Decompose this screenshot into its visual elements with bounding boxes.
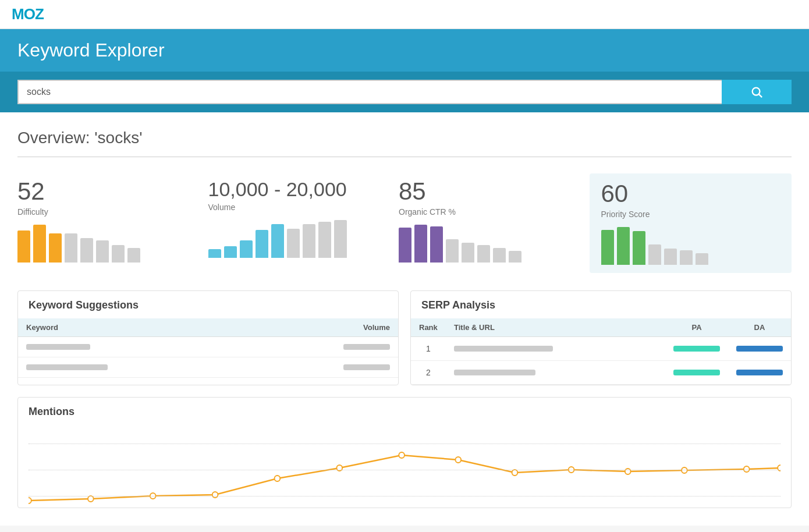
bar bbox=[617, 227, 630, 265]
metrics-row: 52 Difficulty 10,000 - 20,000 Volume bbox=[17, 173, 792, 273]
col-title-url: Title & URL bbox=[446, 318, 665, 337]
col-volume: Volume bbox=[249, 318, 398, 337]
bar bbox=[240, 240, 253, 258]
svg-point-14 bbox=[744, 466, 750, 472]
bar bbox=[493, 248, 506, 263]
keyword-suggestions-table: Keyword Volume bbox=[18, 318, 398, 378]
svg-point-8 bbox=[399, 452, 404, 458]
bar bbox=[49, 233, 62, 263]
table-row bbox=[18, 337, 398, 357]
bar bbox=[80, 238, 93, 263]
search-icon bbox=[750, 86, 763, 98]
bar bbox=[334, 220, 347, 258]
bar bbox=[127, 248, 140, 263]
svg-point-13 bbox=[682, 467, 687, 473]
svg-point-3 bbox=[88, 496, 94, 502]
bar bbox=[96, 240, 109, 263]
volume-cell bbox=[249, 357, 398, 378]
serp-analysis-table: Rank Title & URL PA DA 1 2 bbox=[411, 318, 791, 385]
bar bbox=[430, 226, 443, 263]
table-row: 2 bbox=[411, 361, 791, 385]
bar bbox=[17, 230, 30, 263]
col-pa: PA bbox=[665, 318, 728, 337]
bar bbox=[33, 225, 46, 263]
bar bbox=[112, 245, 125, 263]
top-nav: MOZ bbox=[0, 0, 809, 29]
dotted-line-3 bbox=[29, 496, 780, 496]
priority-score-value: 60 bbox=[601, 182, 780, 206]
bar bbox=[271, 224, 284, 258]
bar bbox=[318, 222, 331, 258]
da-cell bbox=[728, 361, 791, 385]
bar bbox=[477, 245, 490, 263]
col-keyword: Keyword bbox=[18, 318, 249, 337]
bar bbox=[446, 239, 459, 263]
volume-value: 10,000 - 20,000 bbox=[208, 179, 388, 199]
bar bbox=[224, 246, 237, 258]
title-url-cell bbox=[446, 337, 665, 361]
volume-cell bbox=[249, 337, 398, 357]
difficulty-chart bbox=[17, 225, 197, 263]
svg-point-2 bbox=[29, 498, 31, 503]
volume-label: Volume bbox=[208, 203, 388, 212]
title-url-cell bbox=[446, 361, 665, 385]
svg-line-1 bbox=[759, 94, 762, 97]
bar bbox=[696, 253, 708, 265]
organic-ctr-chart bbox=[399, 225, 578, 263]
panels-row: Keyword Suggestions Keyword Volume bbox=[17, 290, 792, 385]
table-row bbox=[18, 357, 398, 378]
volume-card: 10,000 - 20,000 Volume bbox=[208, 173, 399, 264]
rank-cell: 1 bbox=[411, 337, 446, 361]
mentions-chart bbox=[29, 426, 780, 508]
organic-ctr-label: Organic CTR % bbox=[399, 207, 578, 217]
bar bbox=[399, 228, 411, 263]
moz-logo: MOZ bbox=[12, 5, 44, 23]
dotted-line-1 bbox=[29, 444, 780, 444]
difficulty-card: 52 Difficulty bbox=[17, 173, 208, 268]
mentions-title: Mentions bbox=[29, 406, 780, 418]
pa-cell bbox=[665, 361, 728, 385]
bar bbox=[414, 225, 427, 263]
volume-chart bbox=[208, 220, 388, 258]
bar bbox=[601, 230, 614, 265]
difficulty-label: Difficulty bbox=[17, 207, 197, 217]
bar bbox=[680, 250, 693, 265]
overview-title: Overview: 'socks' bbox=[17, 129, 792, 147]
bar bbox=[633, 231, 645, 265]
svg-point-0 bbox=[753, 88, 760, 95]
mentions-line-chart bbox=[29, 426, 780, 508]
search-bar-container bbox=[0, 72, 809, 112]
serp-analysis-panel: SERP Analysis Rank Title & URL PA DA 1 bbox=[410, 290, 792, 385]
bar bbox=[462, 243, 474, 263]
bar bbox=[303, 224, 315, 258]
col-rank: Rank bbox=[411, 318, 446, 337]
bar bbox=[287, 229, 300, 258]
keyword-suggestions-title: Keyword Suggestions bbox=[18, 291, 398, 318]
page-title: Keyword Explorer bbox=[17, 40, 792, 61]
col-da: DA bbox=[728, 318, 791, 337]
main-content: Overview: 'socks' 52 Difficulty 10,000 -… bbox=[0, 112, 809, 526]
svg-point-10 bbox=[512, 470, 518, 476]
table-row: 1 bbox=[411, 337, 791, 361]
bar bbox=[256, 230, 268, 258]
bar bbox=[509, 251, 521, 263]
keyword-cell bbox=[18, 357, 249, 378]
da-cell bbox=[728, 337, 791, 361]
mentions-panel: Mentions bbox=[17, 397, 792, 508]
page-header: Keyword Explorer bbox=[0, 29, 809, 72]
overview-divider bbox=[17, 157, 792, 157]
search-button[interactable] bbox=[722, 80, 792, 104]
search-input[interactable] bbox=[17, 80, 722, 104]
priority-score-card: 60 Priority Score bbox=[590, 173, 792, 273]
svg-point-6 bbox=[275, 476, 281, 481]
bar bbox=[648, 244, 661, 265]
keyword-cell bbox=[18, 337, 249, 357]
bar bbox=[65, 233, 77, 263]
priority-score-label: Priority Score bbox=[601, 210, 780, 219]
priority-score-chart bbox=[601, 227, 780, 265]
organic-ctr-card: 85 Organic CTR % bbox=[399, 173, 590, 268]
serp-analysis-title: SERP Analysis bbox=[411, 291, 791, 318]
rank-cell: 2 bbox=[411, 361, 446, 385]
dotted-line-2 bbox=[29, 470, 780, 470]
keyword-suggestions-panel: Keyword Suggestions Keyword Volume bbox=[17, 290, 399, 385]
